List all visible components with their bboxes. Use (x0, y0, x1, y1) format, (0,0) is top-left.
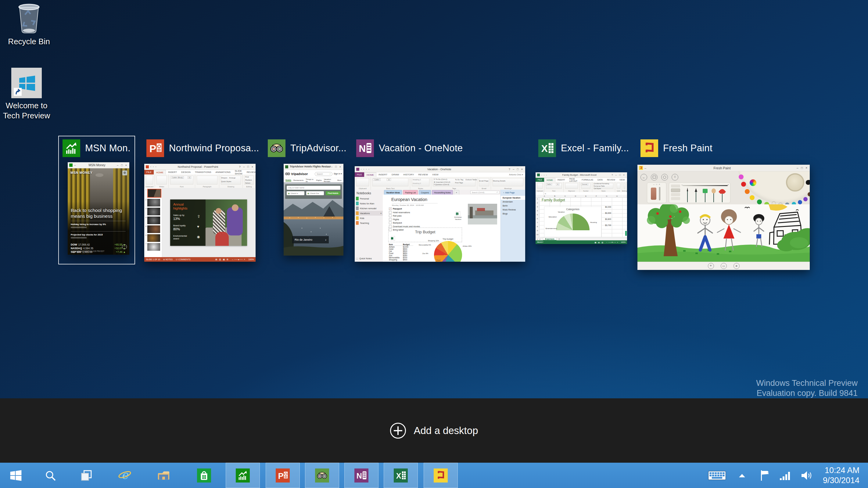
taskbar-fresh-paint-button[interactable] (424, 463, 458, 488)
window-fresh-paint[interactable]: – Fresh Paint – □ × ← ⠿ – ○ + –+ (638, 165, 810, 270)
touch-keyboard-button[interactable] (705, 463, 729, 488)
clock-date: 9/30/2014 (823, 476, 860, 486)
trip-photo-caption[interactable]: Rio de Janeiro › (292, 236, 329, 243)
taskbar-clock[interactable]: 10:24 AM 9/30/2014 (823, 463, 860, 488)
show-hidden-icons-button[interactable] (735, 463, 750, 488)
paint-canvas[interactable] (638, 204, 810, 262)
svg-text:N: N (356, 471, 362, 480)
svg-text:P: P (150, 143, 156, 154)
network-button[interactable] (777, 463, 794, 488)
msn-more-icon[interactable]: ⋯ (122, 244, 127, 249)
window-tripadvisor[interactable]: TripAdvisor Hotels Flights Restaurants –… (284, 164, 343, 255)
onenote-notebook-selected[interactable]: Vacations▾ (355, 211, 383, 216)
desktop-icon-welcome[interactable]: Welcome toTech Preview (1, 68, 53, 121)
onenote-user[interactable]: Antonio Onio ▾ (507, 172, 525, 177)
paint-black-blob (806, 180, 810, 185)
msn-story-2[interactable]: Projected top stocks for 2015 (71, 233, 103, 239)
paint-add-button[interactable]: + (708, 263, 714, 269)
paint-camera-button[interactable] (661, 174, 668, 181)
taskbar-powerpoint-button[interactable]: P (266, 463, 300, 488)
msn-settings-icon[interactable]: ⚙ (122, 171, 127, 175)
paint-eraser-panel[interactable]: – ○ + (647, 182, 666, 203)
paint-sound-button[interactable]: 🕪 (734, 263, 740, 269)
svg-text:X: X (541, 143, 548, 154)
search-button[interactable] (33, 463, 67, 488)
taskview-card-msn[interactable]: MSN Mon... (63, 139, 131, 158)
taskbar-excel-icon: X (394, 468, 408, 483)
taskview-card-paint[interactable]: Fresh Paint (641, 139, 712, 158)
window-powerpoint[interactable]: ▪ ▪ ▪ Northwind Proposal - PowerPoint ? … (144, 164, 255, 262)
msn-window-controls[interactable]: – □ × (117, 164, 128, 167)
volume-button[interactable] (798, 463, 815, 488)
onenote-quick-notes[interactable]: ▢Quick Notes (355, 256, 373, 261)
taskview-card-ppt[interactable]: P Northwind Proposa... (146, 139, 259, 158)
taskbar-excel-button[interactable]: X (384, 463, 418, 488)
ppt-slide-panel[interactable]: 1 2 3 4 5 6 7 (144, 188, 162, 257)
excel-grid[interactable]: A B C D E F G H 1 2 3 4 5 6 7 8 9 10 Fam… (535, 195, 627, 237)
trip-logo[interactable]: tripadvisor (291, 172, 308, 176)
network-signal-icon (779, 470, 792, 481)
trip-destination-input[interactable]: City or hotel name (287, 186, 340, 190)
onenote-ribbon: Clipboard Calibri11Basic Text Heading 1H… (355, 177, 525, 190)
window-onenote[interactable]: ▪ ▪ ▪ ▪ Vacation - OneNote ? – □ × FILE … (355, 166, 525, 262)
onenote-search-box[interactable]: Search (Ctrl+E)⌕▾ (470, 191, 500, 194)
paint-window-controls[interactable]: – □ × (797, 166, 808, 170)
excel-zoom[interactable]: 100% (621, 241, 625, 243)
recycle-bin-label: Recycle Bin (3, 37, 55, 47)
paint-more-tools-button[interactable]: ⠿ (672, 174, 678, 181)
store-button[interactable] (187, 463, 221, 488)
excel-ready: READY (537, 241, 544, 243)
taskbar-tripadvisor-button[interactable] (305, 463, 339, 488)
add-desktop-button[interactable]: Add a desktop (390, 423, 478, 438)
onenote-page-item-selected[interactable]: European Vacation (501, 196, 525, 200)
paint-palette[interactable] (734, 172, 810, 204)
excel-status-bar: READY ▦ ▤ ▥ – ──●── + 100% (535, 240, 627, 244)
trip-find-hotels-button[interactable]: Find Hotels (326, 191, 340, 195)
onenote-page-title: European Vacation (391, 197, 427, 202)
excel-chart[interactable]: Categories Vacation Education Entertainm… (544, 207, 601, 238)
taskbar-msn-money-button[interactable] (226, 463, 260, 488)
ppt-zoom[interactable]: 100% (249, 258, 254, 261)
excel-scrollbar[interactable] (625, 231, 627, 236)
onenote-add-page[interactable]: ＋ Add Page (501, 190, 525, 196)
taskview-card-excel[interactable]: X Excel - Family... (538, 139, 629, 158)
onenote-attachment[interactable]: x EuropeanVacation (453, 211, 463, 220)
trip-search-input[interactable]: Search⌕ (315, 172, 333, 176)
msn-window-title: MSN Money (77, 163, 117, 167)
taskview-card-trip[interactable]: TripAdvisor... (268, 139, 346, 158)
paint-bottom-bar: + ▭ 🕪 (638, 262, 810, 270)
taskbar-fresh-paint-icon (434, 468, 448, 483)
ppt-tab-file[interactable]: FILE (144, 170, 154, 175)
card-title-trip: TripAdvisor... (290, 143, 346, 154)
internet-explorer-button[interactable]: e (108, 463, 142, 488)
taskbar-onenote-button[interactable]: N (344, 463, 378, 488)
trip-signin-link[interactable]: Sign in ▾ (334, 173, 342, 175)
file-explorer-button[interactable] (146, 463, 181, 488)
svg-text:e: e (121, 468, 129, 482)
paint-reset-button[interactable]: ▭ (721, 263, 727, 269)
start-button[interactable] (0, 463, 32, 488)
onenote-window-controls[interactable]: ? – □ × (509, 168, 524, 171)
internet-explorer-icon: e (118, 468, 132, 483)
ppt-ribbon-tabs: FILE HOME INSERT DESIGN TRANSITIONS ANIM… (144, 170, 255, 175)
msn-brand: MSN MONEY (70, 171, 92, 175)
trip-window-controls[interactable]: – □ × (331, 165, 342, 169)
window-excel[interactable]: ▪ ▪ ▪ Family Budget - Microsoft Excel ? … (535, 172, 627, 244)
trip-checkout-field[interactable]: ▦Check Out (306, 191, 324, 195)
paint-save-button[interactable] (651, 174, 657, 181)
paint-cup[interactable] (786, 173, 804, 191)
ppt-window-controls[interactable]: ? – □ × (239, 165, 254, 169)
task-view-button[interactable] (69, 463, 103, 488)
window-msn-money[interactable]: – MSN Money – □ × MSN MONEY ⚙ Back to sc… (68, 162, 129, 255)
msn-story-1[interactable]: Holiday hiring to increase by 9% (71, 223, 106, 228)
desktop-icon-recycle-bin[interactable]: Recycle Bin (3, 2, 55, 47)
taskview-card-onenote[interactable]: N Vacation - OneNote (356, 139, 463, 158)
paint-brush-panel[interactable]: –+ (669, 182, 731, 203)
action-center-button[interactable] (757, 463, 773, 488)
excel-user[interactable]: Antonio Onio ▾ (627, 178, 627, 182)
msn-money-icon (63, 140, 80, 157)
paint-color-wheel[interactable] (750, 179, 756, 186)
excel-window-controls[interactable]: ? – □ × (612, 174, 625, 176)
paint-back-button[interactable]: ← (641, 174, 647, 181)
trip-checkin-field[interactable]: ▦Check In (287, 191, 304, 195)
